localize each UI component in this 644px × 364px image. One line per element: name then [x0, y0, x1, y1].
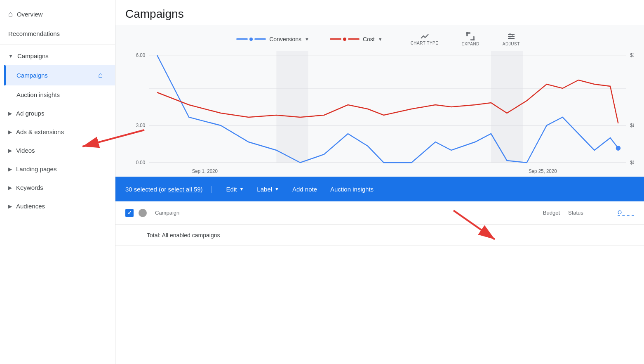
svg-text:0.00: 0.00 — [136, 160, 146, 165]
chevron-right-icon-6: ▶ — [8, 203, 12, 209]
cost-dropdown[interactable]: ▼ — [378, 37, 383, 42]
conversions-line — [236, 38, 248, 40]
status-column-header[interactable]: Status — [568, 210, 618, 216]
chevron-right-icon-5: ▶ — [8, 185, 12, 191]
svg-rect-11 — [276, 51, 308, 163]
total-row-text: Total: All enabled campaigns — [147, 232, 220, 239]
chevron-right-icon-3: ▶ — [8, 148, 12, 154]
chart-area: Conversions ▼ Cost ▼ CHART TYPE — [115, 25, 644, 177]
svg-rect-1 — [467, 33, 468, 36]
svg-text:Sep 25, 2020: Sep 25, 2020 — [529, 168, 557, 174]
page-title: Campaigns — [125, 7, 634, 21]
sidebar-section-videos[interactable]: ▶ Videos — [0, 141, 115, 160]
svg-rect-8 — [512, 35, 513, 37]
sidebar-section-campaigns[interactable]: ▼ Campaigns — [0, 47, 115, 65]
divider — [0, 45, 115, 45]
conversions-dot — [249, 38, 253, 41]
legend-cost[interactable]: Cost ▼ — [330, 36, 383, 43]
budget-column-header[interactable]: Budget — [510, 210, 560, 216]
adjust-icon — [507, 32, 516, 41]
sidebar-item-auction-insights[interactable]: Auction insights — [4, 85, 115, 104]
chevron-right-icon-4: ▶ — [8, 166, 12, 172]
table-header: Campaign Budget Status O — [115, 201, 644, 225]
expand-icon — [466, 32, 475, 41]
svg-text:$600.00: $600.00 — [630, 123, 634, 128]
cost-line-2 — [348, 38, 360, 40]
chevron-right-icon-2: ▶ — [8, 129, 12, 135]
label-dropdown-arrow: ▼ — [275, 187, 279, 191]
sidebar-item-campaigns[interactable]: Campaigns ⌂ — [4, 65, 115, 85]
expand-label: EXPAND — [461, 42, 479, 46]
conversions-line-2 — [254, 38, 266, 40]
edit-button[interactable]: Edit ▼ — [220, 182, 251, 196]
edit-dropdown-arrow: ▼ — [239, 187, 244, 191]
svg-rect-12 — [491, 51, 523, 163]
svg-text:Sep 1, 2020: Sep 1, 2020 — [192, 168, 218, 174]
chart-controls: Conversions ▼ Cost ▼ CHART TYPE — [125, 30, 634, 48]
conversions-dropdown[interactable]: ▼ — [305, 37, 309, 42]
sidebar-section-audiences[interactable]: ▶ Audiences — [0, 197, 115, 215]
adjust-label: ADJUST — [503, 42, 520, 46]
table-total-row: Total: All enabled campaigns — [115, 225, 644, 246]
selected-count: 30 selected (or select all 59) — [125, 186, 212, 193]
chart-svg: 6.00 3.00 0.00 $1,200.00 $600.00 $0.00 S… — [125, 51, 634, 175]
status-indicator — [139, 209, 147, 217]
chart-type-button[interactable]: CHART TYPE — [407, 31, 442, 47]
sidebar-section-ad-groups[interactable]: ▶ Ad groups — [0, 104, 115, 123]
main-content: Campaigns Conversions ▼ — [115, 0, 644, 364]
chart-container: 6.00 3.00 0.00 $1,200.00 $600.00 $0.00 S… — [125, 51, 634, 177]
chart-type-icon — [420, 33, 429, 40]
sidebar-campaigns-sub: Campaigns ⌂ Auction insights — [0, 65, 115, 104]
select-all-link[interactable]: select all 59 — [168, 186, 200, 193]
label-button[interactable]: Label ▼ — [250, 182, 286, 196]
svg-point-25 — [616, 146, 621, 151]
campaign-column-header[interactable]: Campaign — [155, 210, 510, 216]
chevron-down-icon: ▼ — [8, 53, 13, 59]
home-blue-icon: ⌂ — [98, 71, 103, 80]
action-bar: 30 selected (or select all 59) Edit ▼ La… — [115, 177, 644, 201]
cost-line — [330, 38, 341, 40]
svg-text:$1,200.00: $1,200.00 — [630, 52, 634, 58]
legend-conversions[interactable]: Conversions ▼ — [236, 36, 309, 43]
svg-rect-3 — [473, 37, 474, 40]
sidebar: ⌂ Overview Recommendations ▼ Campaigns C… — [0, 0, 115, 364]
svg-text:3.00: 3.00 — [136, 123, 146, 128]
auction-insights-button[interactable]: Auction insights — [324, 182, 380, 196]
page-header: Campaigns — [115, 0, 644, 25]
sidebar-item-recommendations[interactable]: Recommendations — [0, 24, 115, 43]
sidebar-section-landing-pages[interactable]: ▶ Landing pages — [0, 160, 115, 178]
cost-dot — [343, 38, 346, 41]
extra-column: O — [618, 209, 634, 216]
conversions-label: Conversions — [269, 36, 301, 43]
expand-button[interactable]: EXPAND — [458, 30, 482, 48]
sidebar-section-keywords[interactable]: ▶ Keywords — [0, 178, 115, 197]
svg-text:6.00: 6.00 — [136, 52, 146, 58]
adjust-button[interactable]: ADJUST — [499, 30, 523, 48]
svg-rect-9 — [509, 38, 511, 39]
add-note-button[interactable]: Add note — [286, 182, 324, 196]
svg-text:$0.00: $0.00 — [630, 160, 634, 165]
svg-rect-7 — [509, 33, 511, 35]
select-all-checkbox[interactable] — [125, 209, 134, 217]
cost-label: Cost — [363, 36, 375, 43]
home-icon: ⌂ — [8, 10, 13, 19]
sidebar-section-ads-extensions[interactable]: ▶ Ads & extensions — [0, 123, 115, 141]
sidebar-item-overview[interactable]: ⌂ Overview — [0, 4, 115, 24]
chart-type-label: CHART TYPE — [411, 41, 439, 45]
chevron-right-icon: ▶ — [8, 111, 12, 116]
